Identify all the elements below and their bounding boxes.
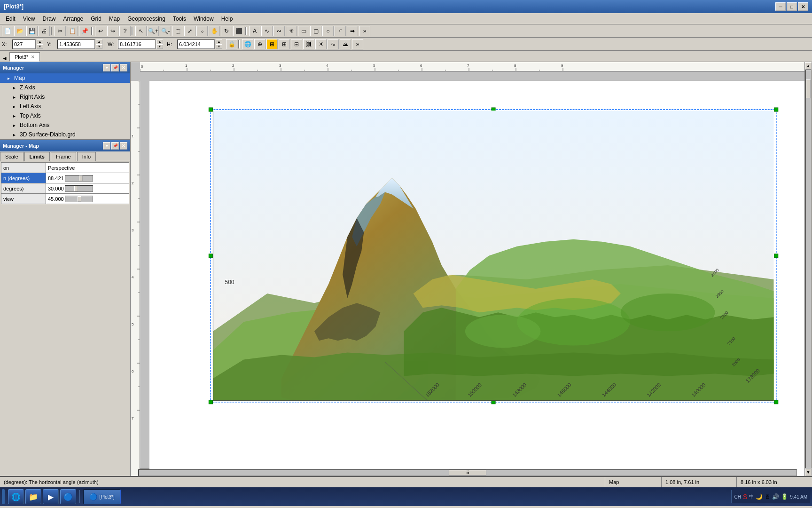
tree-item-rightaxis[interactable]: ▸ Right Axis [0, 92, 130, 102]
grid2-button[interactable]: ⊞ [279, 39, 290, 49]
help-button[interactable]: ? [119, 26, 131, 36]
y-down[interactable]: ▼ [96, 44, 102, 49]
asterisk-button[interactable]: ✳ [286, 26, 297, 36]
scroll-down-btn[interactable]: ▼ [805, 468, 812, 476]
menu-window[interactable]: Window [190, 15, 218, 23]
new-button[interactable]: 📄 [2, 26, 13, 36]
w-input[interactable] [118, 40, 156, 49]
tab-frame[interactable]: Frame [51, 152, 76, 161]
x-down[interactable]: ▼ [37, 44, 43, 49]
twist-slider[interactable] [65, 196, 93, 202]
arrow-button[interactable]: ➡ [347, 26, 358, 36]
tree-item-surface[interactable]: ▸ 3D Surface-Diablo.grd [0, 130, 130, 139]
refresh-button[interactable]: ↻ [221, 26, 232, 36]
manager-pin-button[interactable]: 📌 [111, 64, 119, 71]
nav-left-arrow[interactable]: ◄ [0, 55, 9, 62]
manager-menu-button[interactable]: ▾ [103, 64, 110, 71]
text-button[interactable]: A [249, 26, 260, 36]
contour-button[interactable]: ∿ [328, 39, 339, 49]
tab-scale[interactable]: Scale [0, 152, 23, 161]
tab-limits[interactable]: Limits [24, 152, 50, 161]
paste-button[interactable]: 📌 [79, 26, 90, 36]
minimize-button[interactable]: ─ [775, 2, 786, 11]
open-button[interactable]: 📂 [14, 26, 25, 36]
arc-button[interactable]: ◜ [335, 26, 346, 36]
surface-button[interactable]: ⛰ [340, 39, 351, 49]
curve2-button[interactable]: ∾ [273, 26, 285, 36]
select-button[interactable]: ↖ [135, 26, 147, 36]
save-button[interactable]: 💾 [26, 26, 38, 36]
table-button[interactable]: ⊟ [291, 39, 302, 49]
print-button[interactable]: 🖨 [39, 26, 50, 36]
image-button[interactable]: 🖼 [303, 39, 314, 49]
zoom-out-button[interactable]: 🔍- [160, 26, 171, 36]
tree-item-map[interactable]: ▸ Map [0, 73, 130, 83]
more2-button[interactable]: » [352, 39, 363, 49]
azimuth-thumb[interactable] [79, 175, 83, 181]
cut-button[interactable]: ✂ [55, 26, 66, 36]
node-edit[interactable]: ⬦ [196, 26, 208, 36]
taskbar-files[interactable]: 📁 [25, 489, 41, 504]
menu-grid[interactable]: Grid [87, 15, 105, 23]
tab-info[interactable]: Info [77, 152, 96, 161]
plot-tab-active[interactable]: Plot3* ✕ [9, 52, 40, 62]
menu-tools[interactable]: Tools [169, 15, 190, 23]
lock-button[interactable]: 🔒 [226, 39, 237, 49]
manager-close-button[interactable]: ✕ [120, 64, 127, 71]
taskbar-ie[interactable]: 🌐 [8, 489, 24, 504]
prop-val-twist[interactable]: 45.000 [46, 194, 129, 204]
tilt-thumb[interactable] [74, 186, 78, 191]
ellipse-button[interactable]: ○ [322, 26, 334, 36]
tree-item-topaxis[interactable]: ▸ Top Axis [0, 111, 130, 120]
tree-item-zaxis[interactable]: ▸ Z Axis [0, 83, 130, 92]
start-orb[interactable] [2, 489, 5, 504]
rounded-rect-button[interactable]: ▢ [310, 26, 321, 36]
yellow-btn[interactable]: ⊞ [266, 39, 278, 49]
sun-button[interactable]: ☀ [315, 39, 327, 49]
w-down[interactable]: ▼ [156, 44, 163, 49]
manager-map-pin-button[interactable]: 📌 [111, 142, 119, 150]
menu-edit[interactable]: Edit [2, 15, 19, 23]
menu-geoprocessing[interactable]: Geoprocessing [124, 15, 169, 23]
maximize-button[interactable]: □ [787, 2, 797, 11]
w-up[interactable]: ▲ [156, 40, 163, 44]
taskbar-media[interactable]: ▶ [43, 489, 59, 504]
menu-map[interactable]: Map [105, 15, 124, 23]
horizontal-scrollbar[interactable]: ◄ ⠿ ► [131, 468, 804, 476]
scroll-thumb[interactable]: ⠿ [449, 470, 486, 476]
h-spinner[interactable]: ▲ ▼ [216, 40, 222, 49]
copy-button[interactable]: 📋 [67, 26, 78, 36]
menu-view[interactable]: View [19, 15, 39, 23]
cursor2-button[interactable]: ⊕ [254, 39, 265, 49]
h-input[interactable] [177, 40, 215, 49]
y-spinner[interactable]: ▲ ▼ [96, 40, 102, 49]
x-spinner[interactable]: ▲ ▼ [37, 40, 43, 49]
h-up[interactable]: ▲ [216, 40, 222, 44]
rect-button[interactable]: ▭ [298, 26, 309, 36]
undo-button[interactable]: ↩ [95, 26, 106, 36]
menu-help[interactable]: Help [218, 15, 237, 23]
menu-draw[interactable]: Draw [39, 15, 59, 23]
prop-val-tilt[interactable]: 30.000 [46, 183, 129, 194]
manager-map-close-button[interactable]: ✕ [120, 142, 127, 150]
pan-button[interactable]: ✋ [209, 26, 220, 36]
plot-tab-close[interactable]: ✕ [31, 55, 35, 59]
manager-map-menu-button[interactable]: ▾ [103, 142, 110, 150]
plot-canvas[interactable]: 152000 150000 148000 146000 144000 14200… [149, 81, 804, 476]
redo-button[interactable]: ↪ [107, 26, 118, 36]
taskbar-active-app[interactable]: 🔵 [Plot3*] [83, 489, 121, 504]
tilt-slider[interactable] [65, 185, 93, 192]
h-down[interactable]: ▼ [216, 44, 222, 49]
vscroll-thumb[interactable] [806, 79, 811, 98]
zoom-in-button[interactable]: 🔍+ [148, 26, 159, 36]
taskbar-chrome[interactable]: 🔵 [60, 489, 76, 504]
more-button[interactable]: » [359, 26, 370, 36]
menu-arrange[interactable]: Arrange [60, 15, 87, 23]
x-input[interactable] [12, 40, 36, 49]
scroll-up-btn[interactable]: ▲ [805, 62, 812, 70]
x-up[interactable]: ▲ [37, 40, 43, 44]
azimuth-slider[interactable] [65, 175, 93, 182]
twist-thumb[interactable] [78, 196, 81, 202]
y-input[interactable] [57, 40, 95, 49]
w-spinner[interactable]: ▲ ▼ [156, 40, 163, 49]
